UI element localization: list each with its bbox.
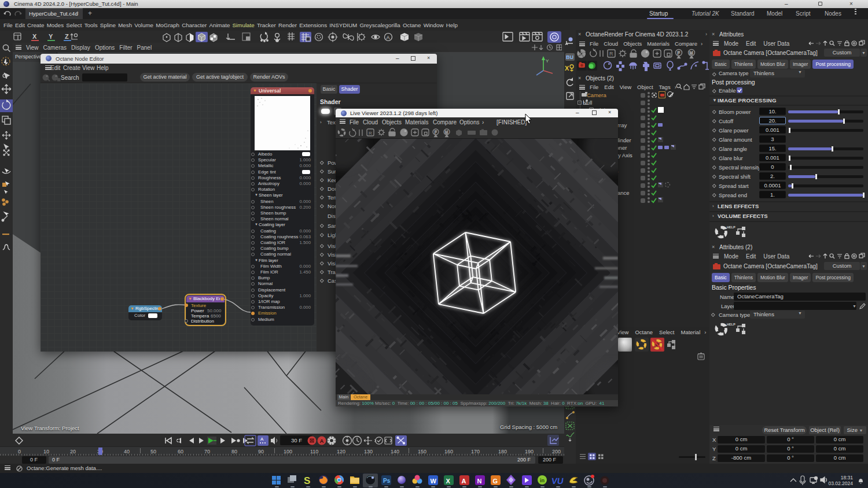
svg-text:A: A [462,478,466,485]
svg-text:R: R [369,131,372,136]
svg-text:X: X [32,33,37,40]
svg-text:03.02.2024: 03.02.2024 [828,480,853,486]
svg-text:in: in [540,478,545,483]
svg-text:M: M [690,51,693,55]
svg-text:Ps: Ps [383,478,391,484]
svg-text:G: G [493,478,498,485]
svg-text:BU: BU [566,54,573,60]
svg-text:X: X [565,65,569,72]
svg-text:W: W [431,478,437,485]
svg-text:S: S [304,475,310,486]
svg-text:Y: Y [546,58,549,64]
svg-text:18:31: 18:31 [841,475,854,480]
svg-text:A: A [260,437,264,442]
svg-text:30 F: 30 F [291,437,302,443]
svg-text:X: X [446,478,451,485]
svg-text:M: M [445,130,448,134]
svg-text:HELP: HELP [727,323,735,326]
svg-text:F: F [678,51,680,55]
svg-text:HELP: HELP [727,225,735,229]
svg-text:VU: VU [551,476,564,486]
svg-text:A: A [387,35,390,40]
svg-text:N: N [477,478,482,485]
svg-text:F: F [435,130,437,134]
svg-text:A: A [320,438,324,444]
svg-text:Y: Y [49,33,53,40]
svg-text:Z: Z [65,33,69,40]
svg-text:R: R [609,51,613,57]
